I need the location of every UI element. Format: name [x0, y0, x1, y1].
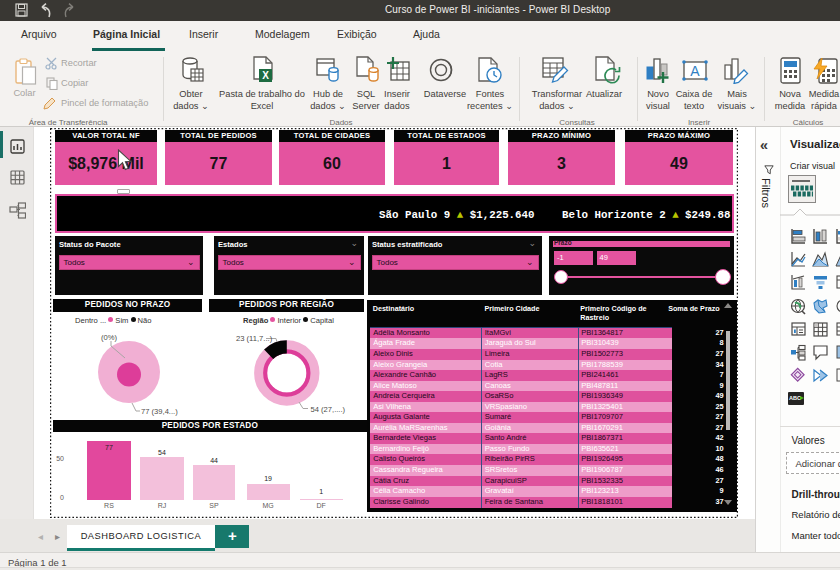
svg-text:A: A [690, 63, 700, 79]
svg-text:X: X [262, 70, 269, 81]
